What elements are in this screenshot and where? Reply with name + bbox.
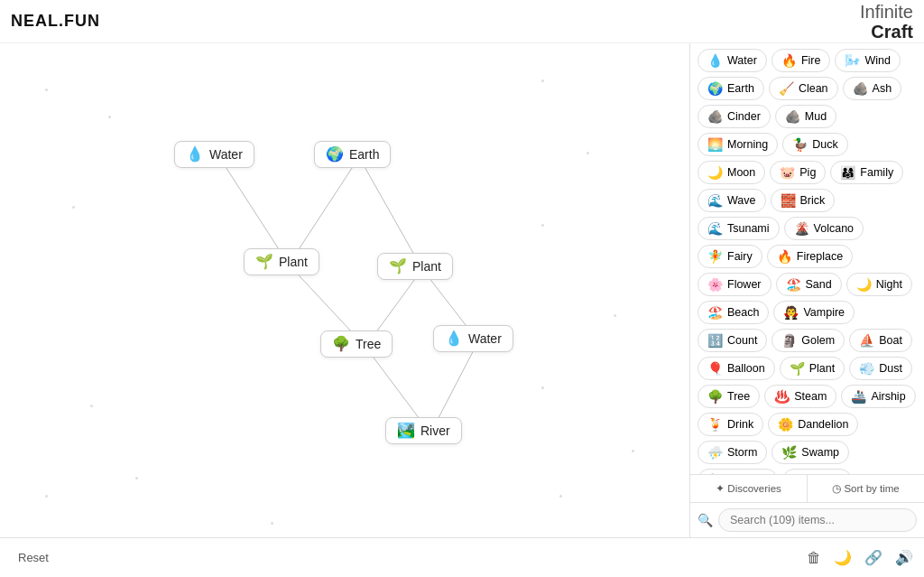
sidebar-item-label: Tsunami [727,222,770,235]
earth-icon: 🌍 [326,147,344,162]
sidebar-item-beach[interactable]: 🏖️Beach [698,301,769,324]
sidebar-item-airship[interactable]: 🚢Airship [841,385,915,408]
sidebar-item-label: Morning [727,138,768,151]
game-title: Infinite Craft [860,2,913,42]
boat-icon: ⛵ [859,333,874,348]
count-icon: 🔢 [707,333,723,348]
sort-button[interactable]: ◷ Sort by time [808,475,924,502]
element-node-plant2[interactable]: 🌱Plant [377,253,453,280]
sidebar-item-tsunami[interactable]: 🌊Tsunami [698,217,780,240]
sidebar-item-label: Water [727,54,757,67]
earth-icon: 🌍 [707,81,723,96]
sidebar-item-tree[interactable]: 🌳Tree [698,385,760,408]
sidebar-item-label: Moon [727,166,755,179]
sidebar-item-earth[interactable]: 🌍Earth [698,77,764,100]
canvas-dot [45,495,48,498]
share-icon[interactable]: 🔗 [864,549,882,566]
sidebar-item-label: Fairy [727,250,753,263]
sidebar-item-balloon[interactable]: 🎈Balloon [698,357,775,380]
sidebar-item-label: Cinder [727,110,761,123]
sidebar-item-count[interactable]: 🔢Count [698,329,767,352]
water-icon: 💧 [445,331,463,346]
sidebar-items-list: 💧Water🔥Fire🌬️Wind🌍Earth🧹Clean🪨Ash🪨Cinder… [690,43,924,474]
canvas-dot [541,224,544,227]
sidebar-item-morning[interactable]: 🌅Morning [698,133,778,156]
sidebar-item-mud[interactable]: 🪨Mud [775,105,836,128]
sidebar-item-label: Wind [864,54,890,67]
element-node-earth1[interactable]: 🌍Earth [314,141,391,168]
sidebar-item-label: Boat [879,334,902,347]
sidebar-item-label: Ash [873,82,892,95]
node-label: Tree [356,337,381,351]
element-node-tree1[interactable]: 🌳Tree [320,330,393,358]
airship-icon: 🚢 [851,389,866,404]
sidebar-item-duck[interactable]: 🦆Duck [782,133,847,156]
sidebar-item-fairy[interactable]: 🧚Fairy [698,245,762,268]
sound-icon[interactable]: 🔊 [895,549,913,566]
sidebar-item-flower[interactable]: 🌸Flower [698,273,772,296]
search-container: 🔍 [690,503,924,537]
reset-button[interactable]: Reset [11,547,56,568]
canvas-dot [108,116,111,118]
sidebar-item-pig[interactable]: 🐷Pig [770,161,826,184]
node-label: Water [468,331,502,346]
sidebar-item-storm[interactable]: ⛈️Storm [698,441,767,464]
sidebar-item-moon[interactable]: 🌙Moon [698,161,765,184]
sidebar-item-cinder[interactable]: 🪨Cinder [698,105,771,128]
canvas-area[interactable]: 💧Water🌍Earth🌱Plant🌱Plant🌳Tree💧Water🏞️Riv… [0,43,689,537]
sidebar-item-brick[interactable]: 🧱Brick [771,189,836,212]
wave-icon: 🌊 [707,193,723,208]
sidebar-item-ash[interactable]: 🪨Ash [843,77,902,100]
sidebar-item-label: Clean [799,82,828,95]
discoveries-button[interactable]: ✦ Discoveries [690,475,808,502]
river-icon: 🏞️ [397,423,415,438]
sidebar-item-clean[interactable]: 🧹Clean [769,77,838,100]
sidebar-item-drink[interactable]: 🍹Drink [698,413,763,436]
dust-icon: 💨 [859,361,874,376]
sidebar-item-boat[interactable]: ⛵Boat [849,329,912,352]
sidebar-item-swamp[interactable]: 🌿Swamp [772,441,849,464]
sidebar-item-volcano[interactable]: 🌋Volcano [784,217,864,240]
sidebar-item-label: Count [727,334,757,347]
sidebar-item-steam[interactable]: ♨️Steam [764,385,836,408]
node-label: Plant [412,259,441,274]
sidebar-item-golem[interactable]: 🗿Golem [772,329,845,352]
sidebar-item-fire[interactable]: 🔥Fire [772,49,831,72]
drink-icon: 🍹 [707,417,723,432]
trash-icon[interactable]: 🗑 [807,550,821,566]
sidebar-item-wave[interactable]: 🌊Wave [698,189,766,212]
dandelion-icon: 🌼 [778,417,793,432]
family-icon: 👨‍👩‍👧 [840,165,855,180]
ash-icon: 🪨 [853,81,868,96]
canvas-dot [587,152,589,154]
sidebar-item-sand[interactable]: 🏖️Sand [776,273,842,296]
sidebar-item-wind[interactable]: 🌬️Wind [835,49,900,72]
vampire-icon: 🧛 [783,305,799,320]
sidebar-item-family[interactable]: 👨‍👩‍👧Family [830,161,903,184]
bottom-bar: Reset 🗑🌙🔗🔊 [0,537,924,577]
element-node-plant1[interactable]: 🌱Plant [244,248,319,275]
sidebar-item-label: Beach [727,306,759,319]
canvas-dot [271,522,273,525]
sidebar-item-water[interactable]: 💧Water [698,49,767,72]
sidebar-item-label: Flower [727,278,762,291]
logo: NEAL.FUN [11,12,100,31]
element-node-water2[interactable]: 💧Water [433,325,513,352]
sidebar-item-vampire[interactable]: 🧛Vampire [773,301,855,324]
sidebar-item-dust[interactable]: 💨Dust [849,357,912,380]
search-input[interactable] [718,508,917,532]
element-node-river1[interactable]: 🏞️River [385,417,462,444]
canvas-dot [632,450,634,452]
sidebar-item-label: Drink [727,418,753,431]
element-node-water1[interactable]: 💧Water [174,141,254,168]
sidebar-item-dandelion[interactable]: 🌼Dandelion [768,413,858,436]
canvas-dot [559,495,562,498]
sidebar-item-night[interactable]: 🌙Night [846,273,912,296]
sidebar-item-fireplace[interactable]: 🔥Fireplace [767,245,853,268]
sidebar-item-label: Brick [800,194,826,207]
sidebar-item-plant[interactable]: 🌱Plant [780,357,845,380]
sidebar-item-label: Night [876,278,902,291]
sidebar-item-label: Duck [812,138,837,151]
moon-icon[interactable]: 🌙 [834,549,852,566]
main-container: 💧Water🌍Earth🌱Plant🌱Plant🌳Tree💧Water🏞️Riv… [0,43,924,537]
